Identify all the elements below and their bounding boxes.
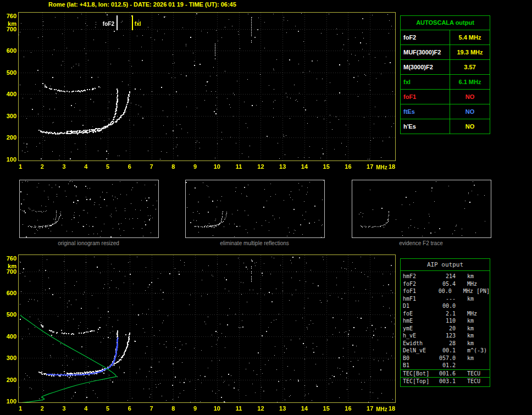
autoscala-row-value: 5.4 MHz — [450, 30, 490, 45]
autoscala-row-2: M(3000)F2 3.57 — [401, 60, 490, 75]
aip-row-unit: TECU — [460, 370, 490, 378]
aip-row-12: B1 01.2 — [401, 362, 490, 369]
thumbnail-eliminate-reflections — [185, 180, 325, 238]
aip-row-label: foE — [401, 310, 433, 318]
bottom-ionogram-canvas — [19, 255, 395, 402]
autoscala-row-label: h'Es — [401, 119, 450, 134]
aip-row-label: TEC[Bot] — [401, 370, 433, 378]
y-tick-label: 200 — [2, 134, 16, 141]
autoscala-row-value: NO — [450, 119, 490, 134]
aip-row-value: 00.1 — [433, 347, 460, 355]
aip-row-unit — [460, 302, 490, 310]
aip-row-label: hmF1 — [401, 295, 433, 303]
aip-row-label: h_vE — [401, 332, 433, 340]
aip-row-value: 28 — [433, 340, 460, 347]
x-axis-unit-label: MHz — [376, 406, 387, 412]
aip-row-value: 003.1 — [433, 378, 460, 385]
aip-row-value: 2.1 — [433, 310, 460, 318]
autoscala-row-1: MUF(3000)F2 19.3 MHz — [401, 45, 490, 60]
aip-row-unit: m^(-3) — [460, 347, 490, 355]
x-tick-label: 4 — [80, 405, 92, 412]
aip-rows: hmF2 214 km foF2 05.4 MHz foF1 00.0 MHz … — [401, 271, 490, 386]
aip-row-label: TEC[Top] — [401, 378, 433, 385]
foF2-marker-label: foF2 — [96, 21, 114, 27]
y-tick-label: 400 — [2, 333, 16, 340]
aip-row-value: 123 — [433, 332, 460, 340]
thumbnail-f2-trace — [352, 180, 491, 238]
aip-row-label: B0 — [401, 355, 433, 362]
y-tick-label: 100 — [2, 398, 16, 405]
aip-output-header: AIP output — [401, 259, 490, 271]
aip-row-value: 05.4 — [433, 280, 460, 288]
x-tick-label: 9 — [189, 163, 201, 170]
aip-row-value: 00.0 — [430, 287, 456, 295]
aip-row-unit: km — [460, 340, 490, 347]
fxI-marker-label: fxI — [135, 21, 141, 27]
aip-row-6: hmE 110 km — [401, 317, 490, 325]
aip-row-label: D1 — [401, 302, 433, 310]
autoscala-row-5: ftEs NO — [401, 104, 490, 119]
bottom-ionogram-plot: 123456789101112131415161718MHz1002003004… — [18, 254, 396, 403]
autoscala-row-label: foF1 — [401, 90, 450, 104]
aip-row-0: hmF2 214 km — [401, 273, 490, 280]
aip-row-unit: km — [460, 325, 490, 333]
thumbnail-caption: eliminate multiple reflections — [185, 240, 324, 246]
y-axis-unit-label: km — [2, 263, 16, 269]
x-tick-label: 9 — [189, 405, 201, 412]
aip-row-unit: km — [460, 295, 490, 303]
x-tick-label: 17 — [364, 163, 376, 170]
x-tick-label: 2 — [36, 405, 48, 412]
autoscala-row-label: M(3000)F2 — [401, 60, 450, 74]
y-tick-label: 100 — [2, 156, 16, 163]
autoscala-row-4: foF1 NO — [401, 90, 490, 104]
aip-row-3: hmF1 --- km — [401, 295, 490, 303]
autoscala-output-panel: AUTOSCALA output foF2 5.4 MHz MUF(3000)F… — [400, 15, 490, 134]
x-tick-label: 16 — [342, 163, 354, 170]
aip-row-value: 01.2 — [433, 362, 460, 369]
thumbnail-caption: evidence F2 trace — [351, 240, 491, 246]
x-tick-label: 12 — [254, 163, 267, 170]
x-tick-label: 11 — [233, 163, 245, 170]
aip-row-value: 00.0 — [433, 302, 460, 310]
aip-row-unit: MHz — [460, 280, 490, 288]
aip-row-value: 20 — [433, 325, 460, 333]
x-tick-label: 10 — [211, 163, 223, 170]
autoscala-row-label: MUF(3000)F2 — [401, 45, 450, 59]
y-axis-unit-label: km — [2, 20, 16, 27]
aip-row-2: foF1 00.0 MHz [PN] — [401, 287, 490, 295]
x-tick-label: 16 — [342, 405, 354, 412]
aip-output-panel: AIP output hmF2 214 km foF2 05.4 MHz foF… — [400, 258, 490, 387]
x-tick-label: 13 — [276, 163, 289, 170]
station-date-title: Rome (lat: +41.8, lon: 012.5) - DATE: 20… — [48, 1, 236, 8]
aip-row-unit: km — [460, 273, 490, 280]
aip-row-13: TEC[Bot] 001.6 TECU — [401, 369, 490, 378]
thumbnail-f2-canvas — [352, 180, 491, 237]
aip-row-label: foF2 — [401, 280, 433, 288]
y-tick-label: 400 — [2, 91, 16, 97]
y-tick-label: 760 — [2, 255, 16, 262]
x-tick-label: 18 — [386, 405, 398, 412]
autoscala-window: Rome (lat: +41.8, lon: 012.5) - DATE: 20… — [0, 0, 532, 415]
x-tick-label: 2 — [36, 163, 48, 170]
x-tick-label: 5 — [102, 163, 114, 170]
x-tick-label: 3 — [58, 163, 70, 170]
aip-row-label: Ewidth — [401, 340, 433, 347]
aip-row-value: --- — [433, 295, 460, 303]
autoscala-row-label: fxI — [401, 75, 450, 89]
x-tick-label: 13 — [276, 405, 289, 412]
top-ionogram-canvas — [19, 13, 395, 161]
autoscala-row-label: ftEs — [401, 104, 450, 119]
x-tick-label: 6 — [124, 163, 136, 170]
y-tick-label: 500 — [2, 311, 16, 318]
x-tick-label: 7 — [146, 163, 158, 170]
x-tick-label: 7 — [146, 405, 158, 412]
aip-row-7: ymE 20 km — [401, 325, 490, 333]
aip-row-value: 214 — [433, 273, 460, 280]
x-tick-label: 17 — [364, 405, 376, 412]
y-tick-label: 300 — [2, 355, 16, 361]
aip-row-8: h_vE 123 km — [401, 332, 490, 340]
top-ionogram-plot: 123456789101112131415161718MHz1002003004… — [18, 12, 396, 161]
x-tick-label: 10 — [211, 405, 223, 412]
autoscala-output-header: AUTOSCALA output — [401, 16, 490, 30]
thumbnail-original-canvas — [20, 180, 158, 237]
